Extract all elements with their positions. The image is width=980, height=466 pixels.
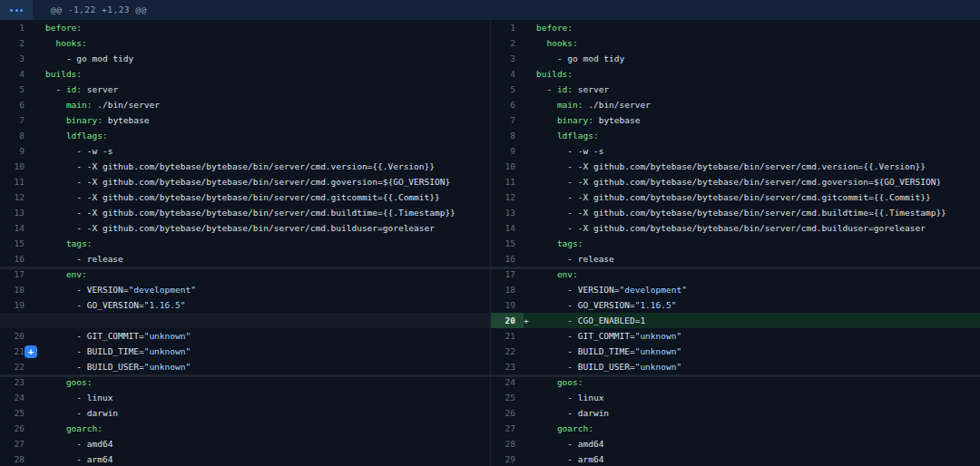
diff-row: 4builds:	[0, 66, 490, 82]
line-number[interactable]: 22	[491, 344, 524, 359]
line-number[interactable]: 15	[0, 236, 33, 251]
code-line: - -X github.com/bytebase/bytebase/bin/se…	[536, 189, 980, 205]
diff-row: 12 - -X github.com/bytebase/bytebase/bin…	[491, 189, 980, 205]
line-number[interactable]: 3	[0, 51, 33, 66]
line-number[interactable]: 22	[0, 359, 33, 374]
line-number[interactable]: 9	[491, 143, 524, 159]
line-number[interactable]: 21	[491, 328, 524, 344]
line-number[interactable]: 28	[0, 451, 33, 466]
line-number[interactable]: 15	[491, 236, 524, 251]
diff-row: 29 - arm64	[491, 451, 980, 466]
diff-row: 28 - arm64	[0, 451, 490, 466]
line-number[interactable]: 4	[0, 66, 33, 82]
line-number[interactable]: 24	[0, 390, 33, 405]
line-number[interactable]: 18	[0, 282, 33, 297]
diff-row: 3 - go mod tidy	[0, 51, 490, 66]
line-marker	[33, 35, 45, 51]
code-line: - GIT_COMMIT="unknown"	[536, 328, 980, 344]
line-number[interactable]: 8	[491, 128, 524, 143]
line-number[interactable]: 17	[0, 267, 33, 282]
line-number[interactable]: 7	[0, 112, 33, 128]
line-marker	[524, 236, 536, 251]
line-number[interactable]: 6	[491, 97, 524, 112]
line-number[interactable]: 6	[0, 97, 33, 112]
line-number[interactable]: 27	[0, 436, 33, 451]
line-number[interactable]: 23	[491, 359, 524, 374]
line-marker	[33, 205, 45, 220]
line-number[interactable]: 11	[491, 174, 524, 189]
code-line: - release	[45, 251, 490, 267]
diff-row: 14 - -X github.com/bytebase/bytebase/bin…	[0, 220, 490, 236]
line-number[interactable]: 25	[0, 405, 33, 421]
diff-row: 19 - GO_VERSION="1.16.5"	[491, 297, 980, 313]
code-line: - -X github.com/bytebase/bytebase/bin/se…	[536, 159, 980, 174]
code-line: ldflags:	[536, 128, 980, 143]
code-line: - darwin	[45, 405, 490, 421]
line-marker	[33, 451, 45, 466]
line-marker	[524, 344, 536, 359]
line-number[interactable]: 5	[0, 82, 33, 97]
diff-row: 24 - linux	[0, 390, 490, 405]
line-number[interactable]: 20	[491, 313, 524, 328]
line-marker	[33, 436, 45, 451]
line-number[interactable]: 13	[491, 205, 524, 220]
line-number[interactable]: 26	[0, 421, 33, 436]
line-marker	[524, 359, 536, 374]
hunk-range-label: @@ -1,22 +1,23 @@	[33, 0, 147, 20]
line-number[interactable]: 4	[491, 66, 524, 82]
line-number[interactable]: 25	[491, 390, 524, 405]
line-number[interactable]: 12	[0, 189, 33, 205]
line-marker	[33, 66, 45, 82]
line-number[interactable]: 5	[491, 82, 524, 97]
line-number[interactable]: 14	[0, 220, 33, 236]
line-number[interactable]: 1	[491, 20, 524, 35]
line-number[interactable]: 8	[0, 128, 33, 143]
line-marker	[33, 359, 45, 374]
line-number[interactable]: 20	[0, 328, 33, 344]
line-number[interactable]: 2	[491, 35, 524, 51]
line-marker	[524, 143, 536, 159]
line-marker	[33, 313, 45, 328]
line-number[interactable]: 14	[491, 220, 524, 236]
line-number[interactable]: 23	[0, 374, 33, 390]
line-number[interactable]: 7	[491, 112, 524, 128]
diff-row: 19 - GO_VERSION="1.16.5"	[0, 297, 490, 313]
line-marker	[33, 251, 45, 267]
line-number[interactable]: 10	[491, 159, 524, 174]
diff-row-added: 20+ - CGO_ENABLED=1	[491, 313, 980, 328]
line-number[interactable]: 18	[491, 282, 524, 297]
code-line: - id: server	[536, 82, 980, 97]
line-number[interactable]: 3	[491, 51, 524, 66]
code-line: - BUILD_USER="unknown"	[536, 359, 980, 374]
line-number[interactable]: 26	[491, 405, 524, 421]
line-number[interactable]: 28	[491, 436, 524, 451]
line-number[interactable]: 1	[0, 20, 33, 35]
line-number[interactable]: 16	[491, 251, 524, 267]
line-number[interactable]: 9	[0, 143, 33, 159]
code-line: - CGO_ENABLED=1	[536, 313, 980, 328]
line-number[interactable]: 12	[491, 189, 524, 205]
line-number[interactable]: 24	[491, 374, 524, 390]
add-comment-button[interactable]: +	[24, 345, 37, 358]
line-number[interactable]: 16	[0, 251, 33, 267]
line-number[interactable]: 10	[0, 159, 33, 174]
diff-row: 26 - darwin	[491, 405, 980, 421]
line-number[interactable]: 2	[0, 35, 33, 51]
code-line: - id: server	[45, 82, 490, 97]
line-number[interactable]: 19	[0, 297, 33, 313]
line-number[interactable]: 11	[0, 174, 33, 189]
diff-row: 15 tags:	[491, 236, 980, 251]
code-line: tags:	[45, 236, 490, 251]
line-number[interactable]: 17	[491, 267, 524, 282]
diff-row: 13 - -X github.com/bytebase/bytebase/bin…	[0, 205, 490, 220]
code-line: - -X github.com/bytebase/bytebase/bin/se…	[45, 174, 490, 189]
line-number[interactable]: 19	[491, 297, 524, 313]
line-number[interactable]: 29	[491, 451, 524, 466]
line-marker	[524, 251, 536, 267]
code-line: - -X github.com/bytebase/bytebase/bin/se…	[45, 220, 490, 236]
line-number[interactable]: 13	[0, 205, 33, 220]
diff-row: 5 - id: server	[0, 82, 490, 97]
line-number[interactable]: 27	[491, 421, 524, 436]
code-line: - go mod tidy	[45, 51, 490, 66]
expand-hunk-button[interactable]	[0, 0, 33, 20]
